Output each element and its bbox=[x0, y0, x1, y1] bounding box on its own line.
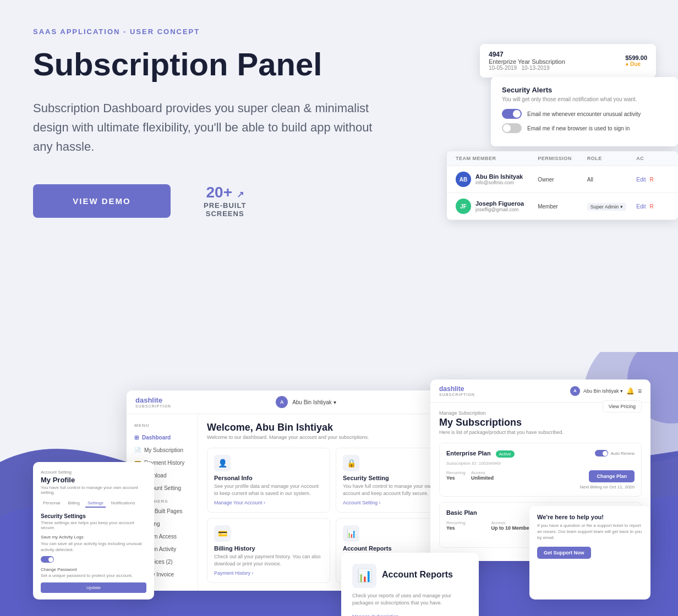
team-header: TEAM MEMBER PERMISSION ROLE AC bbox=[447, 151, 678, 166]
acc-title: My Profile bbox=[41, 476, 146, 484]
sub-panel-user: A Abu Bin Ishtiyak ▾ 🔔 ≡ bbox=[570, 386, 642, 396]
toggle-row-2: Email me if new browser is used to sign … bbox=[502, 123, 667, 133]
permission-1: Owner bbox=[538, 177, 587, 183]
change-password-label: Change Password bbox=[41, 567, 146, 572]
support-title: We're here to help you! bbox=[537, 514, 643, 520]
tab-settings[interactable]: Settings bbox=[85, 499, 106, 508]
screens-text: PRE-BUILTSCREENS bbox=[204, 201, 246, 218]
toggle-label-2: Email me if new browser is used to sign … bbox=[527, 125, 630, 131]
acc-section-title: Security Settings bbox=[41, 513, 146, 519]
acc-label: Account Setting bbox=[41, 470, 146, 475]
remove-link-1[interactable]: R bbox=[650, 177, 654, 183]
tab-notifications[interactable]: Notifications bbox=[109, 499, 138, 508]
menu-label: MENU bbox=[127, 421, 198, 430]
activity-logs-toggle[interactable] bbox=[41, 556, 54, 563]
security-card: Security Alerts You will get only those … bbox=[491, 77, 678, 146]
subscription-row-card: 4947 Enterprize Year Subscription 10-05-… bbox=[480, 44, 656, 78]
acc-tabs: Personal Billing Settings Notifications bbox=[41, 499, 146, 508]
dash-topbar: dashlite SUBSCRIPTION A Abu Bin Ishtiyak… bbox=[127, 391, 468, 414]
team-card: TEAM MEMBER PERMISSION ROLE AC AB Abu Bi… bbox=[447, 151, 678, 220]
recurring-val: Yes bbox=[446, 475, 469, 481]
sub-dates: 10-05-2019 10-13-2019 bbox=[489, 65, 565, 71]
remove-link-2[interactable]: R bbox=[650, 204, 654, 210]
enterprise-plan-name: Enterprise Plan bbox=[446, 450, 491, 457]
tab-billing[interactable]: Billing bbox=[66, 499, 82, 508]
sub-id: 4947 bbox=[489, 51, 565, 58]
action-1: Edit R bbox=[636, 176, 669, 183]
account-reports-card-desc: Check your reports of uses and manage yo… bbox=[352, 592, 468, 606]
sub-amount: $599.00 bbox=[625, 54, 647, 61]
basic-recurring-val: Yes bbox=[446, 525, 489, 531]
sidebar-subscription[interactable]: 📄 My Subscription bbox=[127, 444, 198, 457]
saas-label: SAAS APPLICATION - USER CONCEPT bbox=[33, 28, 645, 36]
sub-name: Enterprize Year Subscription bbox=[489, 58, 565, 65]
sub-panel-username: Abu Bin Ishtiyak ▾ bbox=[583, 388, 623, 394]
enterprise-auto-toggle[interactable] bbox=[595, 450, 608, 457]
screens-count: 20+ ↗ bbox=[204, 184, 246, 201]
support-card: We're here to help you! If you have a qu… bbox=[529, 506, 650, 600]
view-pricing-button[interactable]: View Pricing bbox=[603, 400, 642, 413]
dash-avatar: A bbox=[276, 396, 288, 408]
get-support-button[interactable]: Get Support Now bbox=[537, 547, 591, 559]
col-role: ROLE bbox=[587, 156, 637, 161]
role-1: All bbox=[587, 177, 637, 183]
avatar-2: JF bbox=[456, 199, 471, 214]
main-title: Subscription Panel bbox=[33, 47, 352, 82]
dashboard-icon: ⊞ bbox=[134, 435, 139, 441]
edit-link-2[interactable]: Edit bbox=[636, 204, 646, 210]
toggle-row-1: Email me whenever encounter unusual acti… bbox=[502, 109, 667, 119]
subscription-icon: 📄 bbox=[134, 447, 141, 453]
next-billing: Next Billing on Oct 11, 2020 bbox=[580, 485, 635, 490]
dash-logo: dashlite SUBSCRIPTION bbox=[135, 396, 171, 408]
sub-panel-avatar: A bbox=[570, 386, 580, 396]
account-settings-card: Account Setting My Profile You have full… bbox=[33, 462, 154, 600]
recurring-label: Recurring bbox=[446, 470, 469, 475]
col-permission: PERMISSION bbox=[538, 156, 587, 161]
toggle-new-browser[interactable] bbox=[502, 123, 522, 133]
member-name-2: Joseph Figueroa bbox=[475, 200, 524, 207]
basic-plan-name: Basic Plan bbox=[446, 509, 477, 516]
update-btn[interactable]: Update bbox=[41, 582, 146, 593]
sub-panel-topbar: dashlite SUBSCRIPTION A Abu Bin Ishtiyak… bbox=[430, 380, 650, 403]
enterprise-plan-details: Recurring Yes Access Unlimited bbox=[446, 470, 494, 481]
enterprise-plan-name-area: Enterprise Plan Active bbox=[446, 450, 515, 457]
edit-link-1[interactable]: Edit bbox=[636, 177, 646, 183]
description: Subscription Dashboard provides you supe… bbox=[33, 98, 374, 157]
basic-access-label: Access bbox=[491, 520, 534, 525]
personal-info-title: Personal Info bbox=[214, 475, 323, 481]
tab-personal[interactable]: Personal bbox=[41, 499, 63, 508]
sub-status: ● Due bbox=[625, 61, 647, 67]
toggle-unusual-activity[interactable] bbox=[502, 109, 522, 119]
permission-2: Member bbox=[538, 204, 587, 210]
col-action: AC bbox=[636, 156, 669, 161]
security-title: Security Alerts bbox=[502, 86, 667, 94]
basic-plan-name-area: Basic Plan bbox=[446, 509, 477, 516]
view-demo-button[interactable]: VIEW DEMO bbox=[33, 184, 171, 218]
billing-history-link[interactable]: Payment History › bbox=[214, 570, 323, 576]
member-name-1: Abu Bin Ishityak bbox=[475, 173, 523, 180]
account-reports-icon: 📊 bbox=[343, 525, 359, 542]
dash-welcome: Welcome, Abu Bin Ishtiyak bbox=[207, 422, 459, 433]
team-row-2: JF Joseph Figueroa joseffig@gmail.com Me… bbox=[447, 193, 678, 220]
account-reports-card-link[interactable]: Manage Subscription bbox=[352, 614, 399, 616]
security-setting-icon: 🔒 bbox=[343, 455, 359, 471]
enterprise-auto-label: Auto Renew bbox=[610, 451, 635, 456]
personal-info-desc: See your profile data and manage your Ac… bbox=[214, 483, 323, 497]
support-desc: If you have a question or file a support… bbox=[537, 522, 643, 541]
account-reports-card: 📊 Account Reports Check your reports of … bbox=[341, 553, 479, 616]
activity-logs-toggle-row bbox=[41, 556, 146, 564]
personal-info-icon: 👤 bbox=[214, 455, 231, 471]
sub-panel-desc: Here is list of package/product that you… bbox=[439, 430, 642, 435]
change-plan-button[interactable]: Change Plan bbox=[589, 470, 635, 482]
member-info-2: JF Joseph Figueroa joseffig@gmail.com bbox=[456, 199, 538, 214]
personal-info-link[interactable]: Manage Your Account › bbox=[214, 500, 323, 505]
enterprise-plan-card: Enterprise Plan Active Auto Renew Subscr… bbox=[439, 443, 642, 497]
sidebar-dashboard[interactable]: ⊞ Dashboard bbox=[127, 431, 198, 444]
sub-panel-bell[interactable]: 🔔 bbox=[626, 387, 635, 395]
account-reports-card-icon: 📊 bbox=[352, 564, 376, 588]
acc-section-desc: These settings are helps you keep your a… bbox=[41, 520, 146, 530]
action-2: Edit R bbox=[636, 203, 669, 210]
billing-history-icon: 💳 bbox=[214, 525, 231, 542]
sub-panel-title: My Subscriptions bbox=[439, 417, 522, 428]
sub-panel-menu[interactable]: ≡ bbox=[638, 387, 642, 395]
